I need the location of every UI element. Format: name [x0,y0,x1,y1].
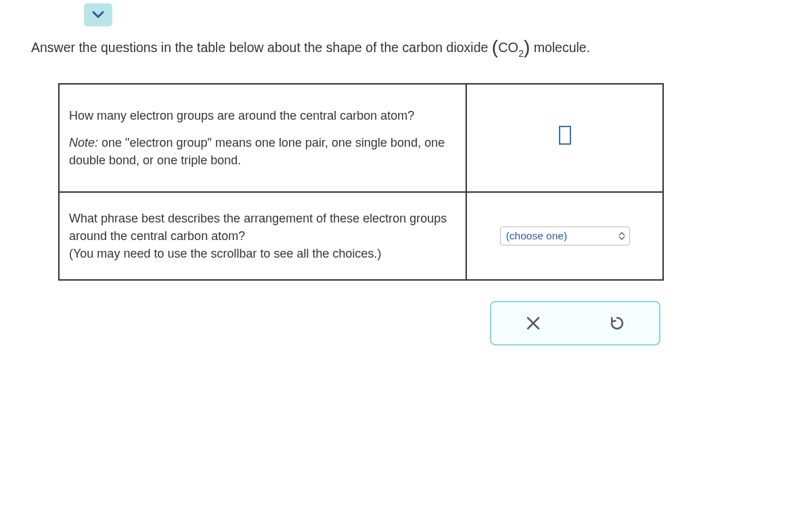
action-panel [490,301,660,346]
arrangement-select[interactable]: (choose one) [500,227,630,245]
question-prompt: Answer the questions in the table below … [31,35,590,62]
clear-button[interactable] [521,311,545,335]
table-row: What phrase best describes the arrangeme… [59,192,663,280]
formula: (CO2) [492,40,530,55]
reset-button[interactable] [605,311,629,335]
prompt-suffix: molecule. [530,40,590,55]
electron-groups-input[interactable] [559,126,571,145]
hint-text: (You may need to use the scrollbar to se… [69,245,456,262]
note-text: Note: one "electron group" means one lon… [69,134,456,169]
answer-cell-2: (choose one) [466,192,663,280]
question-cell-2: What phrase best describes the arrangeme… [59,192,466,280]
question-text: How many electron groups are around the … [69,107,456,124]
note-label: Note: [69,136,98,149]
question-cell-1: How many electron groups are around the … [59,84,466,192]
table-row: How many electron groups are around the … [59,84,663,192]
close-icon [525,315,541,331]
collapse-button[interactable] [84,3,112,26]
chevron-down-icon [92,11,104,19]
undo-icon [609,315,625,331]
select-placeholder: (choose one) [506,229,567,243]
question-text: What phrase best describes the arrangeme… [69,210,456,245]
select-caret-icon [618,232,625,240]
prompt-prefix: Answer the questions in the table below … [31,40,492,55]
question-table: How many electron groups are around the … [58,83,664,281]
answer-cell-1 [466,84,663,192]
